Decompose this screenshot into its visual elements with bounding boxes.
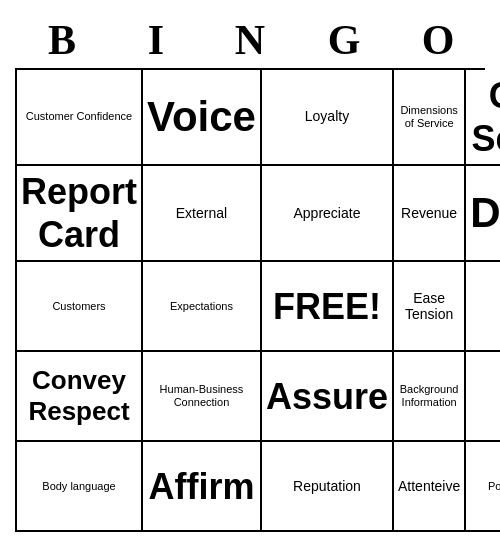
cell-r0-c0: Customer Confidence bbox=[17, 70, 143, 166]
bingo-card: BINGO Customer ConfidenceVoiceLoyaltyDim… bbox=[15, 12, 485, 533]
cell-r0-c4: Good Service bbox=[466, 70, 500, 166]
cell-r2-c0: Customers bbox=[17, 262, 143, 352]
cell-r3-c1: Human-Business Connection bbox=[143, 352, 262, 442]
cell-r1-c1: External bbox=[143, 166, 262, 262]
cell-r3-c4: Retention bbox=[466, 352, 500, 442]
cell-r4-c1: Affirm bbox=[143, 442, 262, 532]
cell-r4-c3: Attenteive bbox=[394, 442, 466, 532]
cell-r0-c1: Voice bbox=[143, 70, 262, 166]
cell-r3-c0: Convey Respect bbox=[17, 352, 143, 442]
bingo-header: BINGO bbox=[15, 12, 485, 68]
header-letter-o: O bbox=[391, 12, 485, 68]
header-letter-g: G bbox=[297, 12, 391, 68]
cell-r2-c4: Unhooked bbox=[466, 262, 500, 352]
cell-r2-c1: Expectations bbox=[143, 262, 262, 352]
cell-r4-c0: Body language bbox=[17, 442, 143, 532]
cell-r2-c3: Ease Tension bbox=[394, 262, 466, 352]
cell-r4-c4: Positive Impression bbox=[466, 442, 500, 532]
header-letter-n: N bbox=[203, 12, 297, 68]
cell-r3-c2: Assure bbox=[262, 352, 394, 442]
header-letter-b: B bbox=[15, 12, 109, 68]
cell-r3-c3: Background Information bbox=[394, 352, 466, 442]
bingo-grid: Customer ConfidenceVoiceLoyaltyDimension… bbox=[15, 68, 485, 533]
cell-r0-c3: Dimensions of Service bbox=[394, 70, 466, 166]
cell-r1-c4: Dazzle bbox=[466, 166, 500, 262]
cell-r0-c2: Loyalty bbox=[262, 70, 394, 166]
header-letter-i: I bbox=[109, 12, 203, 68]
cell-r1-c3: Revenue bbox=[394, 166, 466, 262]
cell-r1-c0: Report Card bbox=[17, 166, 143, 262]
cell-r4-c2: Reputation bbox=[262, 442, 394, 532]
cell-r1-c2: Appreciate bbox=[262, 166, 394, 262]
cell-r2-c2: FREE! bbox=[262, 262, 394, 352]
